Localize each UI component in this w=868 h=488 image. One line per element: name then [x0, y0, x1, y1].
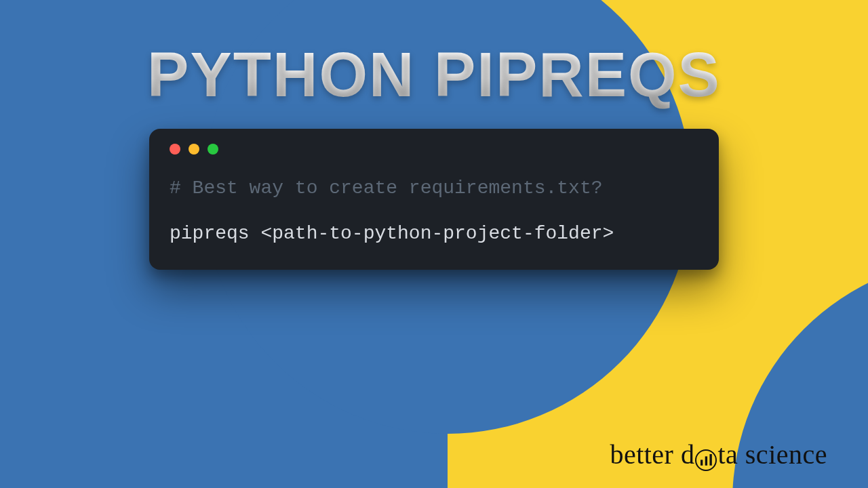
svg-rect-2	[709, 454, 711, 466]
terminal-comment: # Best way to create requirements.txt?	[170, 175, 698, 201]
terminal-window: # Best way to create requirements.txt? p…	[149, 129, 719, 270]
brand-text-right: ta science	[717, 439, 827, 470]
minimize-icon	[189, 144, 199, 155]
brand-text-left: better d	[610, 439, 694, 470]
brand-chart-icon	[695, 449, 717, 471]
svg-rect-1	[705, 457, 707, 466]
page-title: PYTHON PIPREQS	[147, 39, 721, 110]
brand-logo: better d ta science	[610, 439, 827, 470]
svg-rect-0	[701, 460, 703, 466]
terminal-command: pipreqs <path-to-python-project-folder>	[170, 220, 698, 247]
close-icon	[170, 144, 180, 155]
maximize-icon	[208, 144, 218, 155]
window-controls	[170, 144, 698, 155]
